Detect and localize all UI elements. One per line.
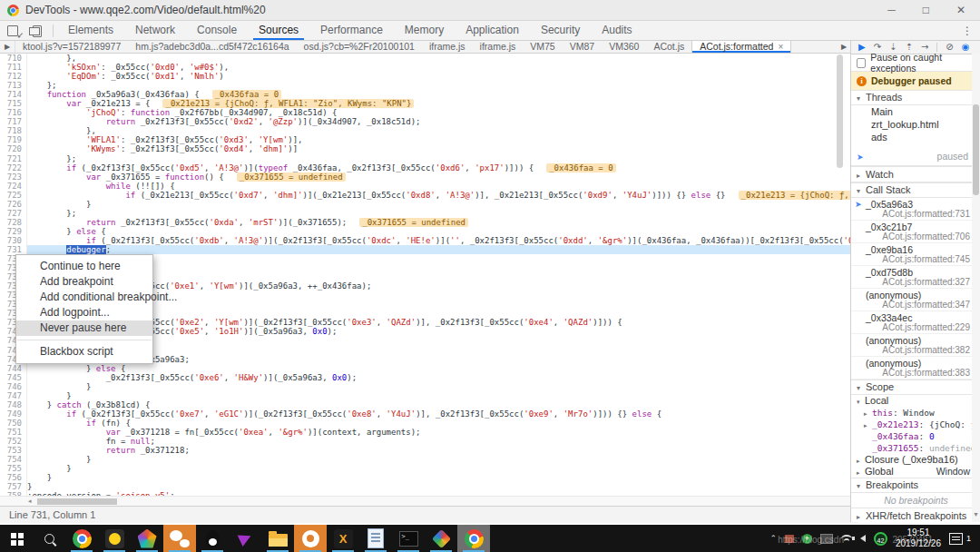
line-number[interactable]: 720 [0,144,22,153]
sidebar-scrollbar-thumb[interactable] [973,104,979,195]
call-stack-frame[interactable]: _0x3c21b7ACot.js:formatted:706 [851,221,980,243]
scope-global-row[interactable]: ▸Global Window [851,466,980,478]
line-number[interactable]: 752 [0,437,22,446]
close-button[interactable]: ✕ [956,4,965,16]
minimize-button[interactable]: ─ [887,4,896,16]
code-line[interactable]: 751 var _0x371218 = fn[_0x55cc('0xea', '… [0,428,850,437]
code-line[interactable]: 753 return _0x371218; [0,446,850,455]
code-line[interactable]: 715 var _0x21e213 = {_0x21e213 = {jChoQ:… [0,99,850,108]
terminal-taskbar-button[interactable] [392,525,425,552]
volume-icon[interactable] [860,535,866,542]
code-line[interactable]: 713 }; [0,81,850,90]
hscroll-thumb[interactable] [37,498,117,505]
line-number[interactable]: 744 [0,364,22,373]
close-tab-icon[interactable]: × [778,42,783,52]
code-line[interactable]: 722 if (_0x2f13f3[_0x55cc('0xd5', 'A!3@'… [0,163,850,172]
pause-on-caught-row[interactable]: Pause on caught exceptions [851,54,980,72]
search-taskbar-button[interactable] [33,525,65,552]
pentagon-taskbar-button[interactable] [131,525,163,552]
code-line[interactable]: 723 var _0x371655 = function() {_0x37165… [0,172,850,182]
code-line[interactable]: 747 } [0,391,850,400]
resume-icon[interactable]: ▶ [858,41,866,54]
line-number[interactable]: 719 [0,135,22,144]
line-number[interactable]: 753 [0,446,22,455]
file-tab[interactable]: ktool.js?v=1572189977 [15,41,128,53]
line-number[interactable]: 750 [0,419,22,428]
scope-variable[interactable]: ▸_0x21e213: {jChoQ: ƒ,… [851,419,980,430]
line-number[interactable]: 715 [0,99,22,108]
line-number[interactable]: 721 [0,154,22,163]
line-number[interactable]: 724 [0,182,22,191]
code-line[interactable]: 710 }, [0,54,850,63]
call-stack-frame[interactable]: _0xe9ba16ACot.js:formatted:745 [851,243,980,266]
line-number[interactable]: 711 [0,63,22,72]
code-line[interactable]: 717 return _0x2f13f3[_0x55cc('0xd2', '@Z… [0,117,850,126]
code-line[interactable]: 755 } [0,464,850,473]
tab-memory[interactable]: Memory [394,21,455,40]
tray-app-icon[interactable] [785,535,794,543]
code-line[interactable]: 726 } [0,200,850,209]
menu-item-blackbox-script[interactable]: Blackbox script [16,344,152,360]
code-line[interactable]: 729 } else { [0,227,850,236]
code-line[interactable]: 746 } [0,382,850,391]
thunder-taskbar-button[interactable] [98,525,131,552]
tab-security[interactable]: Security [530,21,591,40]
line-number[interactable]: 728 [0,218,22,227]
line-number[interactable]: 726 [0,200,22,209]
line-number[interactable]: 729 [0,227,22,236]
maximize-button[interactable]: □ [923,4,929,16]
code-line[interactable]: 719 'WFLA1': _0x2f13f3[_0x55cc('0xd3', '… [0,135,850,144]
qq-taskbar-button[interactable] [196,525,229,552]
diamond-taskbar-button[interactable] [425,525,457,552]
line-number[interactable]: 717 [0,117,22,126]
code-line[interactable]: 712 'EqDOm': _0x55cc('0xd1', 'Nmlh') [0,72,850,81]
line-number[interactable]: 757 [0,482,22,491]
file-tab[interactable]: ACot.js [646,41,691,53]
code-line[interactable]: 754 } [0,455,850,464]
line-number[interactable]: 748 [0,400,22,409]
line-number[interactable]: 718 [0,126,22,135]
scope-variable[interactable]: ▸this: Window [851,407,980,419]
scope-variable[interactable]: _0x436faa: 0 [851,430,980,442]
file-tab[interactable]: iframe.js [473,41,524,53]
call-stack-frame[interactable]: _0x33a4ecACot.js:formatted:229 [851,311,980,334]
code-line[interactable]: 749 if (_0x2f13f3[_0x55cc('0xe7', 'eG1C'… [0,409,850,419]
line-number[interactable]: 746 [0,382,22,391]
menu-item-continue-to-here[interactable]: Continue to here [16,259,152,274]
file-tab[interactable]: ACot.js:formatted× [691,41,791,53]
code-line[interactable]: 728 return _0x2f13f3[_0x55cc('0xda', 'mr… [0,218,850,227]
sidebar-scroll-down-icon[interactable]: ▼ [972,511,980,518]
device-toolbar-icon[interactable] [29,24,44,37]
call-stack-section-header[interactable]: ▾Call Stack [851,182,980,198]
tab-audits[interactable]: Audits [591,21,642,40]
line-number[interactable]: 712 [0,72,22,81]
code-line[interactable]: 752 fn = null; [0,437,850,446]
call-stack-frame[interactable]: _0xd75d8bACot.js:formatted:327 [851,266,980,289]
code-line[interactable]: 750 if (fn) { [0,419,850,428]
devtools-menu-icon[interactable]: ⋮ [962,25,980,37]
line-number[interactable]: 716 [0,108,22,117]
inspect-element-icon[interactable] [7,24,22,37]
chrome-taskbar-button[interactable] [457,525,490,552]
call-stack-frame[interactable]: (anonymous)ACot.js:formatted:382 [851,334,980,357]
scope-local-header[interactable]: ▾Local [851,395,980,407]
line-number[interactable]: 725 [0,191,22,200]
code-line[interactable]: 724 while (!![]) { [0,182,850,191]
code-line[interactable]: 748 } catch (_0x3b81cd) { [0,400,850,409]
taskbar-clock[interactable]: 19:51 2019/12/26 [896,527,941,549]
tray-antivirus-icon[interactable]: + [802,534,812,544]
file-tab[interactable]: VM360 [602,41,646,53]
tab-console[interactable]: Console [186,21,248,40]
line-number[interactable]: 714 [0,90,22,99]
tray-device-icon[interactable] [820,534,833,544]
scope-closure-row[interactable]: ▸Closure (_0xe9ba16) [851,454,980,466]
menu-item-add-logpoint-[interactable]: Add logpoint... [16,305,152,320]
menu-item-never-pause-here[interactable]: Never pause here [16,320,152,336]
scope-section-header[interactable]: ▾Scope [851,380,980,395]
tab-elements[interactable]: Elements [57,21,124,40]
code-line[interactable]: 714 function _0x5a96a3(_0x436faa) {_0x43… [0,90,850,99]
xhr-breakpoints-section-header[interactable]: ▸XHR/fetch Breakpoints [851,508,980,522]
code-line[interactable]: 757} [0,482,850,491]
line-number[interactable]: 727 [0,209,22,218]
line-number[interactable]: 756 [0,473,22,482]
